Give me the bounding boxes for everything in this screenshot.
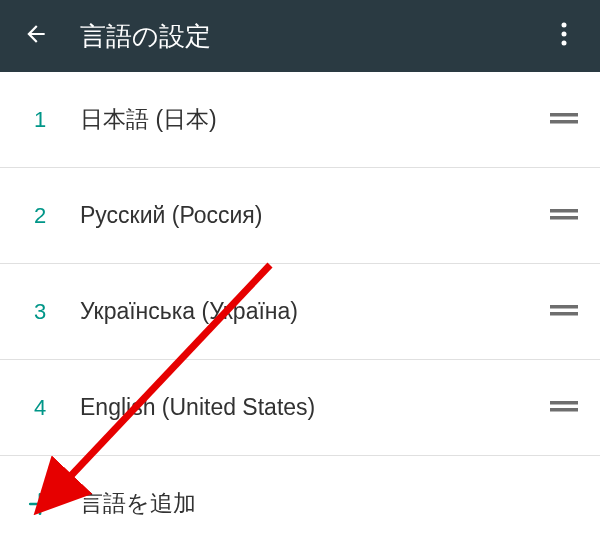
plus-icon: [0, 491, 80, 517]
svg-point-0: [562, 23, 567, 28]
language-label: 日本語 (日本): [80, 104, 544, 135]
drag-handle-icon: [550, 111, 578, 129]
svg-rect-8: [550, 312, 578, 316]
svg-rect-3: [550, 113, 578, 117]
drag-handle-icon: [550, 399, 578, 417]
add-language-label: 言語を追加: [80, 488, 584, 519]
back-button[interactable]: [14, 14, 58, 58]
svg-rect-7: [550, 305, 578, 309]
language-list: 1 日本語 (日本) 2 Русский (Россия) 3 Українсь…: [0, 72, 600, 551]
page-title: 言語の設定: [80, 19, 542, 54]
overflow-menu-button[interactable]: [542, 14, 586, 58]
add-language-button[interactable]: 言語を追加: [0, 456, 600, 551]
drag-handle[interactable]: [544, 399, 584, 417]
back-arrow-icon: [23, 21, 49, 51]
more-vert-icon: [561, 22, 567, 50]
svg-rect-4: [550, 120, 578, 124]
svg-point-2: [562, 41, 567, 46]
svg-rect-10: [550, 408, 578, 412]
drag-handle[interactable]: [544, 111, 584, 129]
language-item[interactable]: 1 日本語 (日本): [0, 72, 600, 168]
language-item[interactable]: 3 Українська (Україна): [0, 264, 600, 360]
language-label: English (United States): [80, 394, 544, 421]
drag-handle[interactable]: [544, 207, 584, 225]
svg-rect-5: [550, 209, 578, 213]
language-index: 1: [0, 107, 80, 133]
language-item[interactable]: 2 Русский (Россия): [0, 168, 600, 264]
language-index: 4: [0, 395, 80, 421]
language-index: 3: [0, 299, 80, 325]
language-label: Українська (Україна): [80, 298, 544, 325]
app-header: 言語の設定: [0, 0, 600, 72]
language-index: 2: [0, 203, 80, 229]
svg-rect-6: [550, 216, 578, 220]
svg-rect-9: [550, 401, 578, 405]
language-item[interactable]: 4 English (United States): [0, 360, 600, 456]
language-label: Русский (Россия): [80, 202, 544, 229]
drag-handle-icon: [550, 207, 578, 225]
svg-point-1: [562, 32, 567, 37]
drag-handle[interactable]: [544, 303, 584, 321]
drag-handle-icon: [550, 303, 578, 321]
